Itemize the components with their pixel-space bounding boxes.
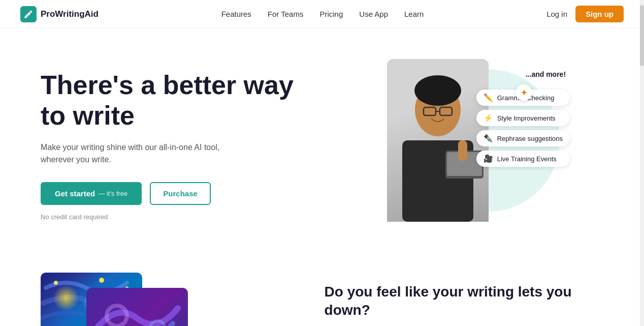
logo-link[interactable]: ProWritingAid xyxy=(20,6,99,22)
rephrase-label: Rephrase suggestions xyxy=(497,135,563,142)
hero-title: There's a better way to write xyxy=(41,70,322,131)
nav-links: Features For Teams Pricing Use App Learn xyxy=(221,10,424,18)
hero-illustration: ...and more! ✦ ✏️ Grammar Checking ⚡ Sty… xyxy=(367,59,570,232)
nav-features[interactable]: Features xyxy=(221,10,251,18)
svg-point-9 xyxy=(54,281,58,285)
feature-pill-training: 🎥 Live Training Events xyxy=(476,151,570,167)
logo-icon xyxy=(20,6,37,22)
feature-pill-rephrase: ✒️ Rephrase suggestions xyxy=(476,130,570,146)
style-label: Style Improvements xyxy=(497,114,556,122)
hero-note: No credit card required xyxy=(41,213,322,221)
person-svg xyxy=(387,59,489,222)
training-icon: 🎥 xyxy=(484,154,493,163)
page-wrapper: There's a better way to write Make your … xyxy=(0,28,644,326)
navbar: ProWritingAid Features For Teams Pricing… xyxy=(0,0,644,28)
and-more-text: ...and more! xyxy=(526,70,566,78)
grammar-icon: ✏️ xyxy=(484,93,493,102)
logo-svg xyxy=(23,9,34,19)
svg-rect-8 xyxy=(458,140,467,161)
nav-actions: Log in Sign up xyxy=(546,6,624,22)
hero-buttons: Get started — it's free Purchase xyxy=(41,182,322,205)
signup-button[interactable]: Sign up xyxy=(575,6,624,22)
second-title: Do you feel like your writing lets you d… xyxy=(325,283,603,320)
logo-text: ProWritingAid xyxy=(41,9,99,19)
purple-card-image xyxy=(86,288,188,326)
style-icon: ⚡ xyxy=(484,113,493,123)
purchase-button[interactable]: Purchase xyxy=(150,182,211,205)
free-label: — it's free xyxy=(98,190,127,197)
svg-point-10 xyxy=(99,278,104,283)
second-section: My idea in my head Do you feel like your… xyxy=(0,252,644,326)
svg-point-2 xyxy=(414,75,461,106)
nav-pricing[interactable]: Pricing xyxy=(319,10,343,18)
hero-right: ...and more! ✦ ✏️ Grammar Checking ⚡ Sty… xyxy=(333,59,603,232)
nav-for-teams[interactable]: For Teams xyxy=(268,10,304,18)
second-left: My idea in my head xyxy=(41,273,294,326)
hero-left: There's a better way to write Make your … xyxy=(41,70,322,221)
scrollbar-thumb[interactable] xyxy=(640,5,644,66)
login-link[interactable]: Log in xyxy=(546,10,567,18)
second-right: Do you feel like your writing lets you d… xyxy=(325,273,603,326)
feature-pills: ✏️ Grammar Checking ⚡ Style Improvements… xyxy=(476,90,570,167)
plus-badge: ✦ xyxy=(516,84,532,101)
training-label: Live Training Events xyxy=(497,155,557,163)
get-started-button[interactable]: Get started — it's free xyxy=(41,182,142,205)
nav-learn[interactable]: Learn xyxy=(404,10,424,18)
rephrase-icon: ✒️ xyxy=(484,134,493,143)
scrollbar-track[interactable] xyxy=(640,0,644,326)
hero-person xyxy=(387,59,489,222)
hero-section: There's a better way to write Make your … xyxy=(0,28,644,252)
get-started-label: Get started xyxy=(55,189,95,198)
hero-subtitle: Make your writing shine with our all-in-… xyxy=(41,141,234,166)
feature-pill-style: ⚡ Style Improvements xyxy=(476,110,570,126)
second-images: My idea in my head xyxy=(41,273,213,326)
purple-svg xyxy=(86,288,188,326)
person-graphic xyxy=(387,59,489,222)
nav-use-app[interactable]: Use App xyxy=(359,10,388,18)
